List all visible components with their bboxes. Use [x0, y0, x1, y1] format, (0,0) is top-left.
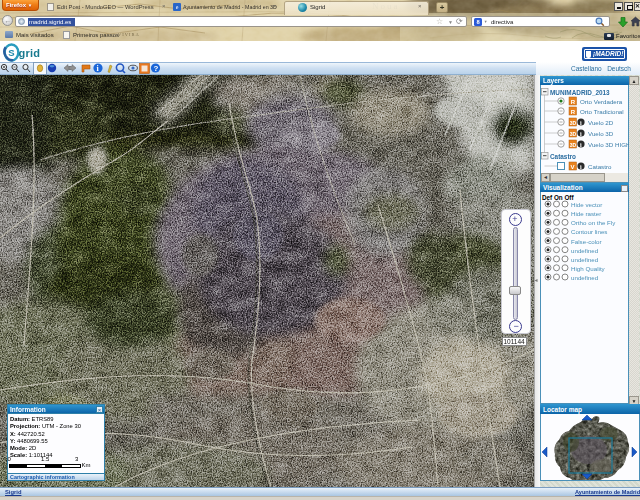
svg-text:MUNIMADRID_2013: MUNIMADRID_2013: [550, 89, 610, 96]
svg-text:?: ?: [153, 64, 158, 73]
svg-text:R: R: [571, 99, 576, 105]
svg-text:Catastro: Catastro: [588, 163, 612, 170]
svg-text:Vuelo 3D: Vuelo 3D: [588, 130, 614, 137]
svg-text:Orto Tradicional: Orto Tradicional: [580, 108, 624, 115]
svg-text:3D: 3D: [570, 131, 577, 137]
svg-text:Vuelo 2D: Vuelo 2D: [588, 119, 614, 126]
svg-text:3D: 3D: [570, 142, 577, 148]
svg-text:3D: 3D: [570, 120, 577, 126]
svg-text:Vuelo 3D HIGH: Vuelo 3D HIGH: [588, 141, 629, 148]
svg-text:Catastro: Catastro: [550, 153, 576, 160]
svg-text:Orto Verdadera: Orto Verdadera: [580, 98, 623, 105]
svg-text:grid: grid: [19, 47, 41, 59]
svg-text:S: S: [8, 47, 14, 58]
svg-text:R: R: [571, 109, 576, 115]
svg-text:V: V: [571, 164, 575, 170]
